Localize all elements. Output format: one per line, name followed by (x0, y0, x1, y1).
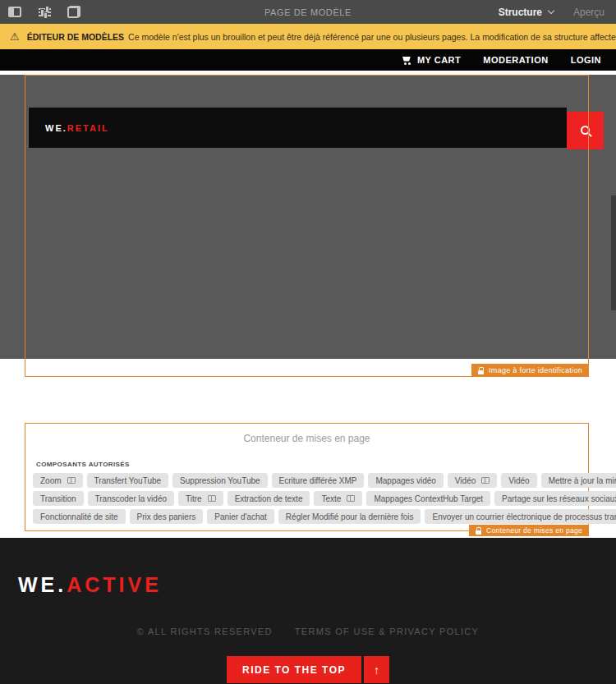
component-regler-modifie[interactable]: Régler Modifié pour la dernière fois (278, 509, 421, 524)
scrollbar-thumb[interactable] (611, 195, 616, 310)
terms-privacy-link[interactable]: TERMS OF USE & PRIVACY POLICY (295, 627, 479, 636)
nav-login[interactable]: LOGIN (571, 55, 601, 65)
unlock-icon (478, 367, 484, 374)
pages-icon (67, 6, 80, 18)
footer-logo-we: WE. (18, 573, 67, 596)
copyright-text: © ALL RIGHTS RESERVED (137, 627, 273, 636)
toolbar-right-group: Structure Aperçu (499, 7, 616, 18)
component-mappages-video[interactable]: Mappages vidéo (368, 473, 443, 488)
editor-toolbar: PAGE DE MODÈLE Structure Aperçu (0, 0, 616, 24)
warning-title: ÉDITEUR DE MODÈLES (27, 32, 124, 42)
component-texte[interactable]: Texte (314, 491, 362, 506)
allowed-components-title: COMPOSANTS AUTORISÉS (36, 461, 130, 468)
component-partage-reseaux-sociaux[interactable]: Partage sur les réseaux sociaux (494, 491, 616, 506)
mode-selector[interactable]: Structure (499, 7, 554, 18)
sliders-icon (39, 7, 51, 18)
component-panier-achat[interactable]: Panier d'achat (207, 509, 274, 524)
component-video[interactable]: Vidéo (501, 473, 536, 488)
component-mappages-contexthub[interactable]: Mappages ContextHub Target (366, 491, 490, 506)
image-overlay-label-text: Image à forte identification (489, 366, 582, 374)
component-video-group[interactable]: Vidéo (448, 473, 497, 488)
page-title: PAGE DE MODÈLE (264, 7, 352, 17)
component-label: Zoom (40, 476, 62, 485)
footer-logo: WE.ACTIVE (18, 573, 162, 597)
component-label: Vidéo (455, 476, 476, 485)
component-row: Transition Transcoder la vidéo Titre Ext… (33, 491, 583, 506)
component-suppression-youtube[interactable]: Suppression YouTube (172, 473, 268, 488)
back-to-top-group: RIDE TO THE TOP ↑ (227, 656, 389, 683)
component-ecriture-differee-xmp[interactable]: Ecriture différée XMP (272, 473, 365, 488)
side-panel-toggle-button[interactable] (7, 5, 22, 20)
component-group-icon (67, 477, 76, 484)
component-transcoder-video[interactable]: Transcoder la vidéo (88, 491, 174, 506)
nav-my-cart[interactable]: MY CART (402, 55, 461, 65)
chevron-down-icon (548, 7, 554, 14)
preview-button[interactable]: Aperçu (573, 7, 605, 18)
arrow-up-button[interactable]: ↑ (364, 656, 389, 683)
component-transfert-youtube[interactable]: Transfert YouTube (87, 473, 169, 488)
component-extraction-texte[interactable]: Extraction de texte (228, 491, 310, 506)
component-label: Titre (186, 494, 202, 503)
site-top-nav: MY CART MODERATION LOGIN (0, 49, 616, 71)
component-label: Texte (321, 494, 341, 503)
component-zoom[interactable]: Zoom (33, 473, 83, 488)
component-group-icon (481, 477, 490, 484)
site-footer: WE.ACTIVE © ALL RIGHTS RESERVED TERMS OF… (0, 538, 616, 684)
component-maj-miniature-dossier[interactable]: Mettre à jour la miniature du dossier (541, 473, 616, 488)
nav-my-cart-label: MY CART (417, 55, 461, 65)
nav-moderation[interactable]: MODERATION (483, 55, 548, 65)
mode-label: Structure (499, 7, 542, 18)
cart-icon (402, 56, 412, 65)
template-editor-page: PAGE DE MODÈLE Structure Aperçu ⚠ ÉDITEU… (0, 0, 616, 684)
pages-button[interactable] (67, 5, 81, 20)
component-group-icon (347, 495, 355, 502)
component-prix-paniers[interactable]: Prix des paniers (130, 509, 204, 524)
component-row: Fonctionnalité de site Prix des paniers … (33, 509, 583, 524)
allowed-components-list: Zoom Transfert YouTube Suppression YouTu… (33, 473, 583, 527)
component-envoyer-courrier[interactable]: Envoyer un courrier électronique de proc… (425, 509, 616, 524)
component-titre[interactable]: Titre (178, 491, 223, 506)
layout-container-label-text: Conteneur de mises en page (486, 526, 582, 535)
component-row: Zoom Transfert YouTube Suppression YouTu… (33, 473, 583, 488)
side-panel-icon (8, 7, 21, 17)
image-overlay-label: Image à forte identification (471, 364, 589, 377)
warning-icon: ⚠ (10, 30, 20, 43)
toolbar-icon-group (0, 5, 81, 20)
component-transition[interactable]: Transition (33, 491, 84, 506)
back-to-top-button[interactable]: RIDE TO THE TOP (227, 656, 361, 683)
layout-container-placeholder: Conteneur de mises en page (25, 433, 588, 444)
arrow-up-icon: ↑ (374, 663, 379, 677)
image-component-overlay[interactable]: Image à forte identification (25, 75, 589, 377)
unlock-icon (476, 527, 481, 535)
layout-container-overlay-label: Conteneur de mises en page (469, 525, 589, 536)
template-warning-banner: ⚠ ÉDITEUR DE MODÈLES Ce modèle n'est plu… (0, 24, 616, 49)
component-group-icon (208, 495, 216, 502)
layout-container-overlay[interactable]: Conteneur de mises en page COMPOSANTS AU… (25, 423, 589, 531)
footer-links: © ALL RIGHTS RESERVED TERMS OF USE & PRI… (0, 627, 616, 636)
page-properties-button[interactable] (37, 5, 52, 20)
warning-message: Ce modèle n'est plus un brouillon et peu… (128, 32, 616, 42)
footer-logo-name: ACTIVE (67, 573, 162, 596)
component-fonctionnalite-site[interactable]: Fonctionnalité de site (33, 509, 126, 524)
